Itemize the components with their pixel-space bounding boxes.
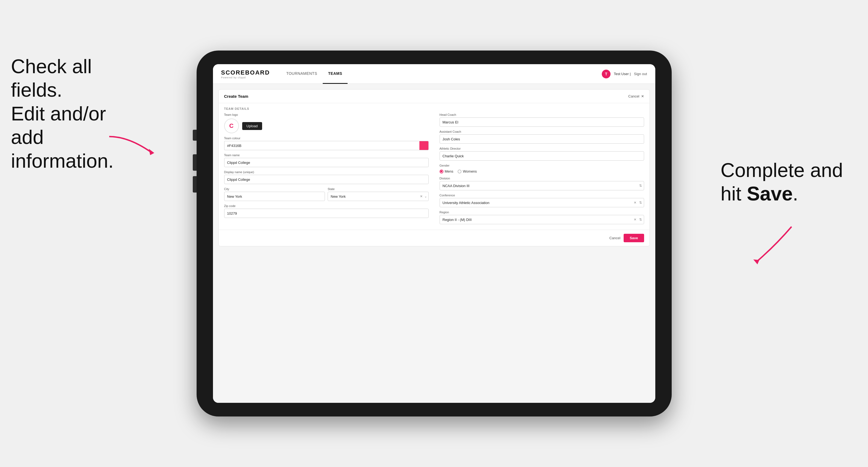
close-icon: ✕ bbox=[641, 94, 644, 98]
cancel-label: Cancel bbox=[628, 94, 639, 98]
nav-teams[interactable]: TEAMS bbox=[323, 64, 348, 84]
region-select-wrap: Region II - (M) DIII ✕ ⇅ bbox=[440, 215, 644, 224]
gender-mens-option[interactable]: Mens bbox=[440, 169, 454, 174]
zip-code-group: Zip code bbox=[224, 204, 429, 218]
team-colour-group: Team colour bbox=[224, 136, 429, 150]
region-label: Region bbox=[440, 211, 644, 214]
tablet-volume-down-button bbox=[193, 176, 196, 192]
upload-button[interactable]: Upload bbox=[242, 122, 262, 130]
footer-cancel-button[interactable]: Cancel bbox=[610, 236, 620, 240]
state-group: State New York ✕ ⌄ bbox=[328, 187, 429, 201]
conference-select[interactable]: University Athletic Association bbox=[440, 198, 644, 207]
conference-clear-icon[interactable]: ✕ bbox=[634, 201, 637, 205]
city-state-row: City State New York ✕ ⌄ bbox=[224, 187, 429, 201]
annotation-right: Complete and hit Save. bbox=[720, 158, 846, 206]
team-name-input[interactable] bbox=[224, 158, 429, 167]
svg-marker-1 bbox=[753, 259, 759, 264]
mens-radio-icon[interactable] bbox=[440, 169, 443, 174]
section-label: TEAM DETAILS bbox=[219, 103, 650, 113]
assistant-coach-label: Assistant Coach bbox=[440, 130, 644, 133]
division-label: Division bbox=[440, 177, 644, 180]
region-clear-icon[interactable]: ✕ bbox=[634, 218, 637, 221]
footer-save-button[interactable]: Save bbox=[624, 234, 644, 242]
sign-out-link[interactable]: Sign out bbox=[634, 72, 647, 76]
display-name-input[interactable] bbox=[224, 175, 429, 184]
gender-label: Gender bbox=[440, 164, 644, 167]
annotation-end: . bbox=[793, 183, 798, 205]
conference-group: Conference University Athletic Associati… bbox=[440, 194, 644, 207]
logo-sub: Powered by clippd bbox=[221, 76, 270, 79]
head-coach-input[interactable] bbox=[440, 118, 644, 127]
annotation-bold: Save bbox=[747, 183, 793, 205]
region-group: Region Region II - (M) DIII ✕ ⇅ bbox=[440, 211, 644, 224]
logo-upload-area: C Upload bbox=[224, 119, 429, 133]
user-avatar: T bbox=[602, 70, 611, 79]
state-select-wrap: New York ✕ ⌄ bbox=[328, 192, 429, 201]
head-coach-group: Head Coach bbox=[440, 113, 644, 127]
state-select[interactable]: New York bbox=[328, 192, 429, 201]
division-group: Division NCAA Division III NCAA Division… bbox=[440, 177, 644, 190]
city-group: City bbox=[224, 187, 325, 201]
display-name-group: Display name (unique) bbox=[224, 170, 429, 184]
gender-womens-option[interactable]: Womens bbox=[458, 169, 477, 174]
tablet-screen: SCOREBOARD Powered by clippd TOURNAMENTS… bbox=[213, 64, 655, 403]
panel-header: Create Team Cancel ✕ bbox=[219, 90, 650, 103]
svg-marker-0 bbox=[149, 149, 154, 155]
city-label: City bbox=[224, 187, 325, 191]
mens-label: Mens bbox=[445, 169, 454, 174]
panel-close-button[interactable]: Cancel ✕ bbox=[628, 94, 644, 98]
womens-label: Womens bbox=[463, 169, 477, 174]
user-name: Test User | bbox=[614, 72, 631, 76]
colour-text-input[interactable] bbox=[224, 141, 420, 150]
annotation-line3: information. bbox=[11, 150, 114, 172]
create-team-panel: Create Team Cancel ✕ TEAM DETAILS Team l… bbox=[218, 89, 650, 246]
form-body: Team logo C Upload Team colour bbox=[219, 113, 650, 230]
division-select[interactable]: NCAA Division III NCAA Division II NCAA … bbox=[440, 181, 644, 190]
team-colour-label: Team colour bbox=[224, 136, 429, 140]
assistant-coach-input[interactable] bbox=[440, 134, 644, 144]
team-logo-group: Team logo C Upload bbox=[224, 113, 429, 133]
state-clear-icon[interactable]: ✕ bbox=[420, 194, 423, 198]
city-input[interactable] bbox=[224, 192, 325, 201]
athletic-director-input[interactable] bbox=[440, 151, 644, 161]
tablet-power-button bbox=[193, 130, 196, 141]
head-coach-label: Head Coach bbox=[440, 113, 644, 116]
panel-title: Create Team bbox=[224, 94, 248, 99]
team-logo-label: Team logo bbox=[224, 113, 429, 116]
division-select-wrap: NCAA Division III NCAA Division II NCAA … bbox=[440, 181, 644, 190]
conference-label: Conference bbox=[440, 194, 644, 197]
annotation-line1: Check all fields. bbox=[11, 56, 92, 101]
region-select[interactable]: Region II - (M) DIII bbox=[440, 215, 644, 224]
main-content: Create Team Cancel ✕ TEAM DETAILS Team l… bbox=[213, 84, 655, 403]
athletic-director-label: Athletic Director bbox=[440, 147, 644, 150]
zip-label: Zip code bbox=[224, 204, 429, 208]
tablet-volume-up-button bbox=[193, 154, 196, 171]
display-name-label: Display name (unique) bbox=[224, 170, 429, 174]
conference-select-wrap: University Athletic Association ✕ ⇅ bbox=[440, 198, 644, 207]
form-left: Team logo C Upload Team colour bbox=[224, 113, 429, 224]
logo-circle: C bbox=[224, 119, 239, 133]
nav-right: T Test User | Sign out bbox=[602, 70, 647, 79]
panel-footer: Cancel Save bbox=[219, 230, 650, 246]
womens-radio-icon[interactable] bbox=[458, 169, 461, 174]
team-name-group: Team name bbox=[224, 154, 429, 167]
nav-tournaments[interactable]: TOURNAMENTS bbox=[281, 64, 322, 84]
annotation-line2: Edit and/or add bbox=[11, 103, 106, 148]
logo-text: SCOREBOARD bbox=[221, 69, 270, 76]
state-label: State bbox=[328, 187, 429, 191]
arrow-left-icon bbox=[106, 134, 166, 156]
assistant-coach-group: Assistant Coach bbox=[440, 130, 644, 144]
annotation-line5: hit bbox=[720, 183, 747, 205]
arrow-right-icon bbox=[742, 224, 797, 268]
annotation-line4: Complete and bbox=[720, 159, 843, 181]
logo-area: SCOREBOARD Powered by clippd bbox=[221, 69, 270, 79]
gender-group: Gender Mens Womens bbox=[440, 164, 644, 174]
team-name-label: Team name bbox=[224, 154, 429, 157]
tablet-device: SCOREBOARD Powered by clippd TOURNAMENTS… bbox=[196, 51, 672, 416]
colour-swatch[interactable] bbox=[420, 141, 429, 150]
nav-links: TOURNAMENTS TEAMS bbox=[281, 64, 602, 84]
colour-input-wrap bbox=[224, 141, 429, 150]
navbar: SCOREBOARD Powered by clippd TOURNAMENTS… bbox=[213, 64, 655, 84]
gender-row: Mens Womens bbox=[440, 169, 644, 174]
zip-input[interactable] bbox=[224, 209, 429, 218]
